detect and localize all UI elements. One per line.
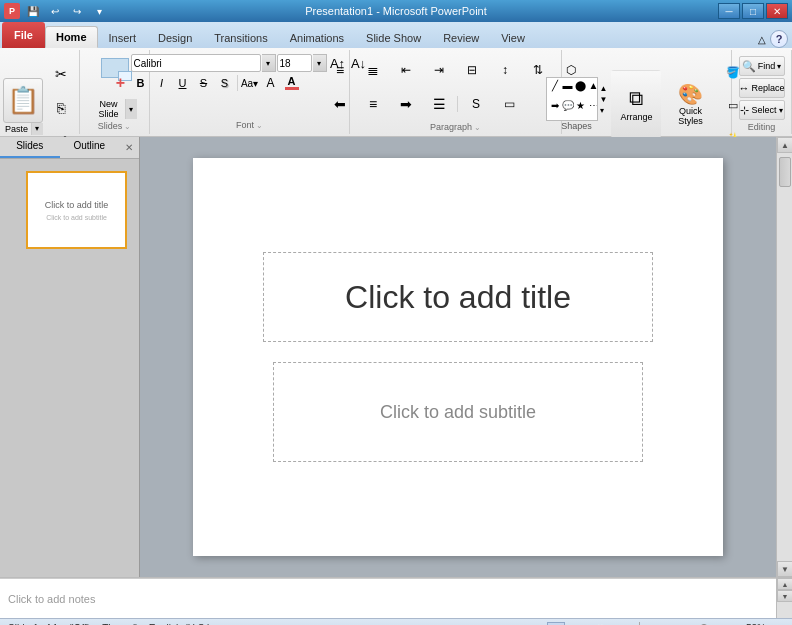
bullet-list-btn[interactable]: ≡ — [324, 54, 356, 86]
find-label: Find — [758, 61, 776, 71]
scroll-up-btn[interactable]: ▲ — [777, 137, 792, 153]
tab-home[interactable]: Home — [45, 26, 98, 48]
slides-expand[interactable]: ⌄ — [124, 122, 131, 131]
tab-outline[interactable]: Outline — [60, 137, 120, 158]
ribbon-group-paragraph: ≡ ≣ ⇤ ⇥ ⊟ ↕ ⇅ ⬡ ⬅ ≡ ➡ ☰ S ▭ — [350, 50, 562, 134]
tab-file[interactable]: File — [2, 22, 45, 48]
scroll-track[interactable] — [777, 153, 792, 561]
paste-label[interactable]: Paste — [3, 123, 31, 135]
scroll-down-btn[interactable]: ▼ — [777, 561, 792, 577]
view-slideshow-btn[interactable]: ▶ — [613, 622, 631, 626]
italic-btn[interactable]: I — [152, 74, 172, 92]
zoom-out-btn[interactable]: － — [648, 620, 660, 625]
notes-area[interactable]: Click to add notes — [0, 578, 776, 618]
tab-design[interactable]: Design — [147, 26, 203, 48]
status-separator — [639, 622, 640, 626]
notes-scroll-down[interactable]: ▼ — [777, 590, 792, 602]
copy-button[interactable]: ⎘ — [45, 92, 77, 124]
tab-slides[interactable]: Slides — [0, 137, 60, 158]
qat-redo[interactable]: ↪ — [68, 2, 86, 20]
arrange-button[interactable]: ⧉ Arrange — [611, 70, 661, 138]
shape-arrow[interactable]: ➡ — [549, 100, 561, 119]
shape-more[interactable]: ⋯ — [588, 100, 598, 119]
shape-rect[interactable]: ▬ — [562, 80, 574, 99]
font-format-row: B I U S S Aa▾ A A — [131, 74, 302, 92]
fit-slide-btn[interactable]: ⊡ — [774, 622, 784, 626]
shapes-area: ╱ ▬ ⬤ ▲ ➡ 💬 ★ ⋯ ▲ ▼ ▾ — [546, 77, 608, 131]
new-slide-label[interactable]: New Slide — [93, 99, 125, 119]
text-shadow-btn[interactable]: S — [460, 88, 492, 120]
font-name-dropdown[interactable]: ▾ — [262, 54, 276, 72]
clear-format-btn[interactable]: A — [261, 74, 281, 92]
tab-view[interactable]: View — [490, 26, 536, 48]
minimize-btn[interactable]: ─ — [718, 3, 740, 19]
shapes-up[interactable]: ▲ — [600, 84, 608, 93]
tab-slideshow[interactable]: Slide Show — [355, 26, 432, 48]
decrease-indent-btn[interactable]: ⇤ — [390, 54, 422, 86]
shapes-down[interactable]: ▼ — [600, 95, 608, 104]
qat-save[interactable]: 💾 — [24, 2, 42, 20]
cut-button[interactable]: ✂ — [45, 58, 77, 90]
underline-btn[interactable]: U — [173, 74, 193, 92]
shadow-btn[interactable]: S — [215, 74, 235, 92]
font-color-btn[interactable]: A — [282, 74, 302, 92]
close-btn[interactable]: ✕ — [766, 3, 788, 19]
notes-section: Click to add notes ▲ ▼ — [0, 577, 792, 618]
paste-arrow-btn[interactable]: ▾ — [31, 123, 43, 135]
numbered-list-btn[interactable]: ≣ — [357, 54, 389, 86]
find-button[interactable]: 🔍 Find ▾ — [739, 56, 785, 76]
title-placeholder[interactable]: Click to add title — [263, 252, 653, 342]
replace-button[interactable]: ↔ Replace — [739, 78, 785, 98]
new-slide-button[interactable]: + — [95, 54, 135, 99]
tab-insert[interactable]: Insert — [98, 26, 148, 48]
align-center-btn[interactable]: ≡ — [357, 88, 389, 120]
paragraph-expand[interactable]: ⌄ — [474, 123, 481, 132]
view-reading-btn[interactable]: 📖 — [591, 622, 609, 626]
tab-animations[interactable]: Animations — [279, 26, 355, 48]
shape-triangle[interactable]: ▲ — [588, 80, 598, 99]
change-case-btn[interactable]: Aa▾ — [240, 74, 260, 92]
title-bar-controls: ─ □ ✕ — [718, 3, 788, 19]
ribbon-group-drawing: ╱ ▬ ⬤ ▲ ➡ 💬 ★ ⋯ ▲ ▼ ▾ — [562, 50, 732, 134]
text-box-btn[interactable]: ▭ — [493, 88, 525, 120]
slide-thumbnail-1[interactable]: Click to add title Click to add subtitle — [26, 171, 127, 249]
tab-transitions[interactable]: Transitions — [203, 26, 278, 48]
zoom-in-btn[interactable]: ＋ — [728, 620, 740, 625]
justify-btn[interactable]: ☰ — [423, 88, 455, 120]
strikethrough-btn[interactable]: S — [194, 74, 214, 92]
shapes-expand[interactable]: ▾ — [600, 106, 608, 115]
columns-btn[interactable]: ⊟ — [456, 54, 488, 86]
view-slide-sorter-btn[interactable]: ⊟ — [569, 622, 587, 626]
font-name-input[interactable] — [131, 54, 261, 72]
subtitle-placeholder-text: Click to add subtitle — [380, 402, 536, 423]
qat-customize[interactable]: ▾ — [90, 2, 108, 20]
help-btn[interactable]: ? — [770, 30, 788, 48]
collapse-ribbon-btn[interactable]: △ — [754, 32, 770, 47]
paste-dropdown[interactable]: Paste ▾ — [3, 123, 43, 135]
select-button[interactable]: ⊹ Select ▾ — [739, 100, 785, 120]
slides-panel-close-btn[interactable]: ✕ — [119, 137, 139, 157]
qat-undo[interactable]: ↩ — [46, 2, 64, 20]
align-left-btn[interactable]: ⬅ — [324, 88, 356, 120]
scroll-thumb[interactable] — [779, 157, 791, 187]
app-icon: P — [4, 3, 20, 19]
line-spacing-btn[interactable]: ↕ — [489, 54, 521, 86]
shape-oval[interactable]: ⬤ — [575, 80, 587, 99]
font-expand[interactable]: ⌄ — [256, 121, 263, 130]
shape-star[interactable]: ★ — [575, 100, 587, 119]
paste-button[interactable]: 📋 — [3, 78, 43, 123]
main-area: Slides Outline ✕ 1 Click to add title Cl… — [0, 137, 792, 577]
shape-callout[interactable]: 💬 — [562, 100, 574, 119]
quick-styles-button[interactable]: 🎨 QuickStyles — [665, 70, 715, 138]
align-right-btn[interactable]: ➡ — [390, 88, 422, 120]
slides-label: Slides ⌄ — [84, 121, 145, 133]
maximize-btn[interactable]: □ — [742, 3, 764, 19]
font-size-input[interactable] — [277, 54, 312, 72]
view-normal-btn[interactable]: ⊞ — [547, 622, 565, 626]
slide-canvas[interactable]: Click to add title Click to add subtitle — [193, 158, 723, 556]
shape-line[interactable]: ╱ — [549, 80, 561, 99]
notes-scroll-up[interactable]: ▲ — [777, 578, 792, 590]
subtitle-placeholder[interactable]: Click to add subtitle — [273, 362, 643, 462]
tab-review[interactable]: Review — [432, 26, 490, 48]
increase-indent-btn[interactable]: ⇥ — [423, 54, 455, 86]
